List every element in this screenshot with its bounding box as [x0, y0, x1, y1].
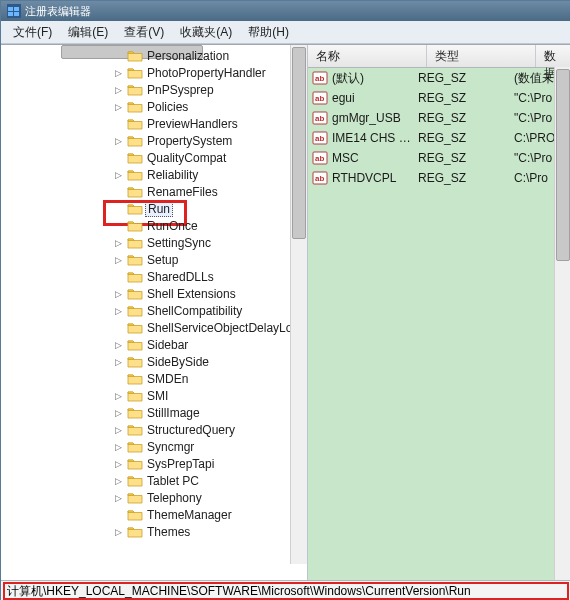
expand-icon[interactable]: ▷	[111, 493, 125, 503]
tree-item[interactable]: ▷SysPrepTapi	[1, 455, 307, 472]
tree-item[interactable]: ShellServiceObjectDelayLo	[1, 319, 307, 336]
tree-item[interactable]: ▷ShellCompatibility	[1, 302, 307, 319]
expand-icon[interactable]: ▷	[111, 442, 125, 452]
expand-icon[interactable]: ▷	[111, 340, 125, 350]
expand-icon[interactable]: ▷	[111, 408, 125, 418]
tree-item[interactable]: SMDEn	[1, 370, 307, 387]
expand-icon[interactable]: ▷	[111, 238, 125, 248]
tree-item[interactable]: ▷Syncmgr	[1, 438, 307, 455]
svg-rect-0	[8, 7, 13, 11]
tree-item[interactable]: ▷StructuredQuery	[1, 421, 307, 438]
expand-icon[interactable]: ▷	[111, 306, 125, 316]
folder-icon	[127, 491, 143, 505]
value-row[interactable]: abMSCREG_SZ"C:\Pro	[308, 148, 570, 168]
tree-item[interactable]: ▷Telephony	[1, 489, 307, 506]
folder-icon	[127, 49, 143, 63]
tree-item[interactable]: ▷Shell Extensions	[1, 285, 307, 302]
registry-tree[interactable]: Personalization▷PhotoPropertyHandler▷PnP…	[1, 45, 307, 542]
value-row[interactable]: abgmMgr_USBREG_SZ"C:\Pro	[308, 108, 570, 128]
folder-icon	[127, 253, 143, 267]
menu-edit[interactable]: 编辑(E)	[60, 22, 116, 43]
expand-icon[interactable]: ▷	[111, 357, 125, 367]
tree-item-label: Tablet PC	[145, 474, 201, 488]
tree-item[interactable]: PreviewHandlers	[1, 115, 307, 132]
tree-item[interactable]: ▷Policies	[1, 98, 307, 115]
menu-view[interactable]: 查看(V)	[116, 22, 172, 43]
tree-item-label: SysPrepTapi	[145, 457, 216, 471]
expand-icon[interactable]: ▷	[111, 459, 125, 469]
expand-icon[interactable]: ▷	[111, 425, 125, 435]
tree-vertical-scrollbar[interactable]	[290, 45, 307, 564]
tree-item[interactable]: ▷PhotoPropertyHandler	[1, 64, 307, 81]
folder-icon	[127, 236, 143, 250]
expand-icon[interactable]: ▷	[111, 289, 125, 299]
folder-icon	[127, 338, 143, 352]
expand-icon[interactable]: ▷	[111, 102, 125, 112]
column-header-type[interactable]: 类型	[427, 45, 536, 67]
expand-icon[interactable]: ▷	[111, 391, 125, 401]
tree-item-label: QualityCompat	[145, 151, 228, 165]
tree-item[interactable]: SharedDLLs	[1, 268, 307, 285]
tree-item-label: ThemeManager	[145, 508, 234, 522]
tree-item[interactable]: ▷Themes	[1, 523, 307, 540]
folder-icon	[127, 83, 143, 97]
tree-item[interactable]: ▷SMI	[1, 387, 307, 404]
value-type: REG_SZ	[418, 111, 514, 125]
tree-item[interactable]: ▷PnPSysprep	[1, 81, 307, 98]
scrollbar-thumb[interactable]	[292, 47, 306, 239]
tree-item[interactable]: Personalization	[1, 47, 307, 64]
scrollbar-thumb[interactable]	[556, 69, 570, 261]
folder-icon	[127, 423, 143, 437]
status-bar: 计算机\HKEY_LOCAL_MACHINE\SOFTWARE\Microsof…	[1, 580, 570, 600]
tree-item-label: PreviewHandlers	[145, 117, 240, 131]
expand-icon[interactable]: ▷	[111, 136, 125, 146]
tree-item-label: Setup	[145, 253, 180, 267]
menu-help[interactable]: 帮助(H)	[240, 22, 297, 43]
value-row[interactable]: ab(默认)REG_SZ(数值未	[308, 68, 570, 88]
value-pane: 名称 类型 数据 ab(默认)REG_SZ(数值未abeguiREG_SZ"C:…	[308, 45, 570, 580]
expand-icon[interactable]: ▷	[111, 476, 125, 486]
tree-item[interactable]: ▷Reliability	[1, 166, 307, 183]
tree-item[interactable]: ▷PropertySystem	[1, 132, 307, 149]
svg-text:ab: ab	[315, 134, 324, 143]
expand-icon[interactable]: ▷	[111, 527, 125, 537]
tree-item[interactable]: ▷Sidebar	[1, 336, 307, 353]
folder-icon	[127, 508, 143, 522]
tree-item[interactable]: RunOnce	[1, 217, 307, 234]
tree-pane: Personalization▷PhotoPropertyHandler▷PnP…	[1, 45, 308, 580]
tree-item[interactable]: ThemeManager	[1, 506, 307, 523]
tree-item[interactable]: ▷Tablet PC	[1, 472, 307, 489]
column-header-name[interactable]: 名称	[308, 45, 427, 67]
menu-file[interactable]: 文件(F)	[5, 22, 60, 43]
menu-favorites[interactable]: 收藏夹(A)	[172, 22, 240, 43]
column-header-data[interactable]: 数据	[536, 45, 570, 67]
tree-item[interactable]: ▷Setup	[1, 251, 307, 268]
tree-item-label: Sidebar	[145, 338, 190, 352]
tree-item[interactable]: Run	[1, 200, 307, 217]
value-vertical-scrollbar[interactable]	[554, 67, 570, 580]
tree-item[interactable]: RenameFiles	[1, 183, 307, 200]
tree-item[interactable]: QualityCompat	[1, 149, 307, 166]
value-row[interactable]: abeguiREG_SZ"C:\Pro	[308, 88, 570, 108]
folder-icon	[127, 134, 143, 148]
expand-icon[interactable]: ▷	[111, 255, 125, 265]
tree-item-label: PnPSysprep	[145, 83, 216, 97]
svg-text:ab: ab	[315, 94, 324, 103]
folder-icon	[127, 321, 143, 335]
title-bar[interactable]: 注册表编辑器	[1, 1, 570, 21]
expand-icon[interactable]: ▷	[111, 170, 125, 180]
tree-item[interactable]: ▷StillImage	[1, 404, 307, 421]
expand-icon[interactable]: ▷	[111, 85, 125, 95]
tree-item-label: Reliability	[145, 168, 200, 182]
folder-icon	[127, 287, 143, 301]
svg-rect-1	[14, 7, 19, 11]
expand-icon[interactable]: ▷	[111, 68, 125, 78]
registry-editor-window: 注册表编辑器 文件(F) 编辑(E) 查看(V) 收藏夹(A) 帮助(H) Pe…	[0, 0, 570, 600]
tree-item[interactable]: ▷SideBySide	[1, 353, 307, 370]
string-value-icon: ab	[312, 150, 328, 166]
value-row[interactable]: abIME14 CHS Set...REG_SZC:\PRO	[308, 128, 570, 148]
folder-icon	[127, 117, 143, 131]
folder-icon	[127, 389, 143, 403]
tree-item[interactable]: ▷SettingSync	[1, 234, 307, 251]
value-row[interactable]: abRTHDVCPLREG_SZC:\Pro	[308, 168, 570, 188]
